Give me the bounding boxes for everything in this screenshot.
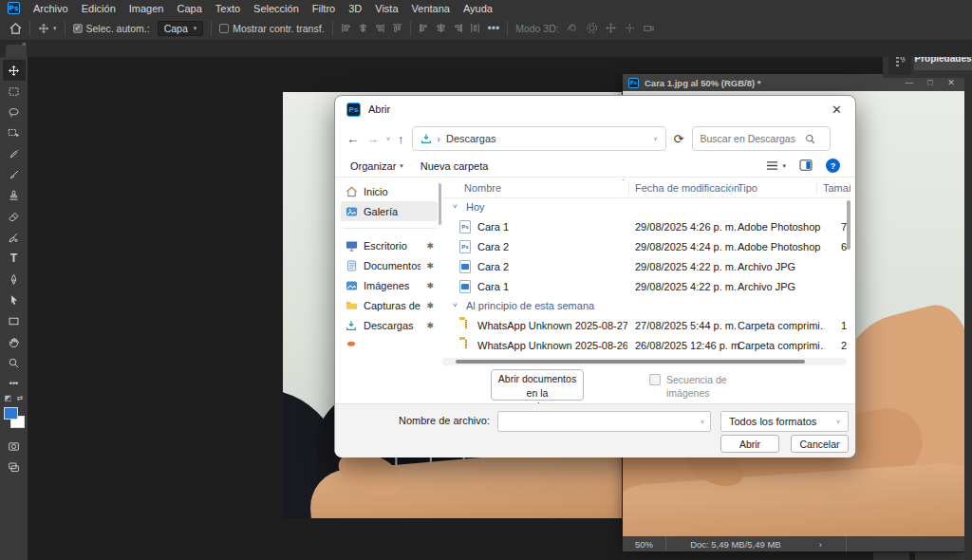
sidebar-item-escritorio[interactable]: Escritorio ✱	[341, 235, 438, 255]
filename-input[interactable]: ˅	[497, 411, 711, 432]
3d-orbit-icon[interactable]	[567, 22, 579, 34]
3d-slide-icon[interactable]	[624, 22, 636, 34]
menu-seleccion[interactable]: Selección	[253, 3, 299, 14]
align-left-icon[interactable]	[341, 23, 351, 33]
sidebar-scrollbar[interactable]	[439, 183, 441, 225]
menu-ventana[interactable]: Ventana	[412, 3, 450, 14]
sidebar-item-descargas[interactable]: Descargas ✱	[341, 315, 438, 335]
dock-collapse-icon[interactable]: »	[22, 40, 26, 48]
sidebar-item-galeria[interactable]: Galería	[341, 201, 438, 221]
mixer-brush-tool[interactable]	[3, 227, 26, 248]
swap-colors-icon[interactable]: ◩⇄	[3, 394, 26, 403]
menu-capa[interactable]: Capa	[177, 3, 201, 14]
file-row-cara2-psd[interactable]: Ps Cara 2 29/08/2025 4:24 p. m. Adobe Ph…	[442, 237, 850, 257]
type-tool[interactable]: T	[3, 248, 26, 269]
chevron-down-icon[interactable]: ˅	[701, 419, 704, 425]
lasso-tool[interactable]	[3, 102, 26, 122]
list-vertical-scrollbar[interactable]	[847, 200, 850, 250]
breadcrumb-location[interactable]: Descargas	[446, 133, 496, 144]
checkbox-unchecked-icon[interactable]	[219, 24, 229, 33]
menu-ayuda[interactable]: Ayuda	[463, 3, 493, 14]
back-icon[interactable]: ←	[346, 132, 359, 146]
screen-mode-icon[interactable]	[3, 457, 26, 477]
forward-icon[interactable]: →	[366, 132, 379, 146]
address-chevron-icon[interactable]: ˅	[654, 136, 658, 142]
foreground-color-swatch[interactable]	[4, 407, 18, 420]
chevron-down-icon[interactable]: ˅	[453, 301, 458, 309]
object-selection-tool[interactable]	[3, 122, 26, 143]
quick-mask-icon[interactable]	[3, 436, 26, 457]
file-row-cara1-psd[interactable]: Ps Cara 1 29/08/2025 4:26 p. m. Adobe Ph…	[442, 217, 850, 237]
close-button[interactable]: ✕	[944, 78, 959, 87]
view-mode-button[interactable]: ▾	[766, 160, 786, 171]
3d-camera-icon[interactable]	[643, 22, 655, 34]
refresh-icon[interactable]: ⟳	[674, 132, 684, 146]
scrollbar-thumb[interactable]	[456, 360, 805, 364]
checkbox-unchecked-icon[interactable]	[649, 374, 661, 385]
menu-imagen[interactable]: Imagen	[129, 3, 164, 14]
column-header-nombre[interactable]: Nombre	[464, 182, 501, 194]
zoom-level-field[interactable]: 50%	[623, 536, 666, 551]
distribute-center-icon[interactable]	[436, 23, 446, 33]
open-cloud-documents-button[interactable]: Abrir documentos en la nube	[491, 369, 584, 401]
brush-tool[interactable]	[3, 164, 26, 185]
3d-pan-icon[interactable]	[605, 22, 617, 34]
sidebar-item-partial[interactable]	[341, 335, 438, 355]
sidebar-item-imagenes[interactable]: Imágenes ✱	[341, 275, 438, 295]
maximize-button[interactable]: □	[923, 78, 938, 87]
up-icon[interactable]: ↑	[398, 132, 404, 146]
organize-button[interactable]: Organizar ▾	[350, 160, 403, 172]
search-box[interactable]	[692, 126, 831, 151]
move-tool-preset[interactable]: ▾	[38, 23, 57, 34]
address-bar[interactable]: › Descargas ˅	[412, 126, 666, 151]
shape-tool[interactable]	[3, 310, 26, 331]
distribute-spacing-icon[interactable]	[470, 23, 480, 33]
menu-texto[interactable]: Texto	[215, 3, 240, 14]
distribute-bottom-icon[interactable]	[453, 23, 463, 33]
distribute-top-icon[interactable]	[419, 23, 429, 33]
menu-edicion[interactable]: Edición	[82, 3, 116, 14]
zoom-tool[interactable]	[3, 352, 26, 373]
search-input[interactable]	[701, 133, 805, 144]
document-sizes[interactable]: Doc: 5,49 MB/5,49 MB ›	[666, 536, 847, 551]
sidebar-item-capturas[interactable]: Capturas de p ✱	[341, 295, 438, 315]
show-transform-checkbox[interactable]: Mostrar contr. transf.	[219, 23, 324, 34]
align-top-icon[interactable]	[392, 23, 402, 33]
cancel-button[interactable]: Cancelar	[791, 435, 849, 453]
column-header-fecha[interactable]: Fecha de modificación	[635, 182, 739, 194]
path-selection-tool[interactable]	[3, 289, 26, 310]
status-chevron-icon[interactable]: ›	[819, 539, 822, 550]
move-tool[interactable]	[3, 60, 26, 81]
3d-roll-icon[interactable]	[586, 22, 598, 34]
align-right-icon[interactable]	[375, 23, 385, 33]
group-header-week[interactable]: ˅ Al principio de esta semana	[442, 297, 850, 316]
pen-tool[interactable]	[3, 269, 26, 289]
minimize-button[interactable]: —	[902, 78, 917, 87]
edit-toolbar-icon[interactable]: •••	[3, 373, 26, 394]
photoshop-logo-icon[interactable]: Ps	[8, 2, 20, 14]
auto-select-checkbox[interactable]: Selec. autom.:	[73, 23, 150, 34]
image-sequence-checkbox[interactable]: Secuencia de imágenes	[649, 373, 754, 400]
dialog-close-button[interactable]: ✕	[832, 103, 842, 117]
menu-3d[interactable]: 3D	[348, 3, 362, 14]
column-header-tamano[interactable]: Tamañ	[823, 182, 850, 194]
file-row-whatsapp-27[interactable]: WhatsApp Unknown 2025-08-27 at 5.44.2… 2…	[442, 316, 850, 336]
new-folder-button[interactable]: Nueva carpeta	[421, 160, 489, 172]
auto-select-dropdown[interactable]: Capa ▾	[158, 21, 204, 36]
align-center-h-icon[interactable]	[358, 23, 368, 33]
menu-vista[interactable]: Vista	[375, 3, 398, 14]
clone-stamp-tool[interactable]	[3, 185, 26, 206]
column-header-tipo[interactable]: Tipo	[738, 182, 757, 194]
chevron-down-icon[interactable]: ˅	[453, 202, 458, 211]
list-horizontal-scrollbar[interactable]	[442, 358, 847, 365]
file-row-whatsapp-26[interactable]: WhatsApp Unknown 2025-08-26 at 12.46… 26…	[442, 336, 850, 356]
eyedropper-tool[interactable]	[3, 143, 26, 164]
menu-filtro[interactable]: Filtro	[312, 3, 335, 14]
open-button[interactable]: Abrir	[720, 435, 779, 453]
format-select[interactable]: Todos los formatos ˅	[720, 411, 849, 432]
marquee-tool[interactable]	[3, 81, 26, 102]
home-icon[interactable]	[9, 23, 22, 34]
preview-pane-button[interactable]	[799, 159, 813, 173]
history-chevron-icon[interactable]: ˅	[386, 136, 390, 142]
checkbox-checked-icon[interactable]	[73, 24, 83, 33]
